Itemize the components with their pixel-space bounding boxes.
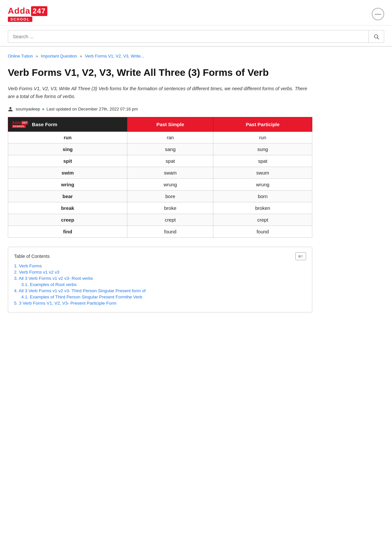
cell-base: swim — [8, 167, 127, 178]
toc-box: Table of Contents ≡↑ 1. Verb Forms2. Ver… — [8, 247, 312, 312]
cell-past-simple: crept — [127, 214, 213, 226]
logo: Adda 247 SCHOOL — [8, 6, 47, 22]
toc-toggle-button[interactable]: ≡↑ — [295, 252, 306, 260]
toc-list: 1. Verb Forms2. Verb Forms v1 v2 v33. Al… — [14, 263, 306, 306]
page-intro: Verb Forms V1, V2, V3, Write All Three (… — [8, 85, 312, 101]
verb-table: Adda 247 SCHOOL Base Form Past Simple Pa… — [8, 117, 312, 238]
cell-past-simple: wrung — [127, 178, 213, 190]
cell-past-simple: sang — [127, 143, 213, 155]
cell-past-simple: broke — [127, 202, 213, 214]
table-row: bear bore born — [8, 190, 312, 202]
cell-base: sing — [8, 143, 127, 155]
cell-past-participle: spat — [213, 155, 312, 167]
toc-list-item: 2. Verb Forms v1 v2 v3 — [14, 270, 306, 275]
search-button[interactable] — [368, 31, 384, 42]
table-row: swim swam swum — [8, 167, 312, 178]
toc-link[interactable]: 1. Verb Forms — [14, 263, 42, 268]
cell-past-participle: wrung — [213, 178, 312, 190]
cell-past-simple: ran — [127, 131, 213, 143]
table-header-past-simple: Past Simple — [127, 117, 213, 131]
table-row: run ran run — [8, 131, 312, 143]
search-bar — [8, 30, 384, 43]
cell-past-participle: crept — [213, 214, 312, 226]
toc-title: Table of Contents — [14, 254, 50, 259]
page-header: Adda 247 SCHOOL — — [0, 0, 392, 25]
toc-list-item: 3. All 3 Verb Forms v1 v2 v3- Root verbs — [14, 276, 306, 281]
toc-link[interactable]: 5. 3 Verb Forms V1, V2, V3- Present Part… — [14, 301, 117, 306]
meta-line: soumyadeep ● Last updated on December 27… — [8, 107, 312, 112]
cell-base: wring — [8, 178, 127, 190]
table-col-base: Base Form — [32, 122, 57, 127]
cell-past-participle: swum — [213, 167, 312, 178]
svg-line-1 — [377, 38, 379, 39]
cell-base: spit — [8, 155, 127, 167]
table-row: spit spat spat — [8, 155, 312, 167]
table-header-base: Adda 247 SCHOOL Base Form — [8, 117, 127, 131]
table-row: break broke broken — [8, 202, 312, 214]
adda-mini-logo: Adda 247 SCHOOL — [12, 121, 28, 128]
breadcrumb-verb-forms[interactable]: Verb Forms V1, V2, V3, Write... — [85, 54, 144, 59]
toc-link[interactable]: 3.1. Examples of Root verbs — [21, 282, 77, 287]
logo-brand: Adda 247 — [8, 6, 47, 16]
page-title: Verb Forms V1, V2, V3, Write All Three (… — [8, 66, 312, 79]
table-row: find found found — [8, 226, 312, 237]
toc-list-item: 4.1. Examples of Third Person Singular P… — [21, 294, 306, 299]
cell-base: break — [8, 202, 127, 214]
toc-link[interactable]: 4.1. Examples of Third Person Singular P… — [21, 294, 142, 299]
author-name: soumyadeep — [16, 107, 40, 111]
table-header-past-participle: Past Participle — [213, 117, 312, 131]
cell-past-simple: spat — [127, 155, 213, 167]
table-row: creep crept crept — [8, 214, 312, 226]
cell-past-participle: broken — [213, 202, 312, 214]
logo-school: SCHOOL — [8, 17, 32, 22]
cell-base: run — [8, 131, 127, 143]
toc-list-item: 1. Verb Forms — [14, 263, 306, 268]
toc-list-item: 3.1. Examples of Root verbs — [21, 282, 306, 287]
table-row: wring wrung wrung — [8, 178, 312, 190]
cell-past-simple: bore — [127, 190, 213, 202]
cell-base: find — [8, 226, 127, 237]
table-row: sing sang sung — [8, 143, 312, 155]
cell-past-simple: swam — [127, 167, 213, 178]
main-content: Online Tution » Important Question » Ver… — [0, 47, 320, 312]
toc-list-item: 5. 3 Verb Forms V1, V2, V3- Present Part… — [14, 301, 306, 306]
status-dot: ● — [42, 107, 44, 111]
menu-icon[interactable]: — — [372, 8, 384, 20]
breadcrumb: Online Tution » Important Question » Ver… — [8, 53, 312, 60]
cell-past-participle: run — [213, 131, 312, 143]
logo-adda-text: Adda — [8, 6, 30, 16]
breadcrumb-online-tution[interactable]: Online Tution — [8, 54, 33, 59]
cell-past-participle: found — [213, 226, 312, 237]
cell-past-participle: sung — [213, 143, 312, 155]
toc-link[interactable]: 2. Verb Forms v1 v2 v3 — [14, 270, 59, 275]
breadcrumb-sep-2: » — [80, 54, 83, 59]
search-input[interactable] — [8, 30, 368, 42]
cell-past-simple: found — [127, 226, 213, 237]
breadcrumb-important-question[interactable]: Important Question — [41, 54, 77, 59]
cell-base: creep — [8, 214, 127, 226]
logo-247: 247 — [31, 6, 47, 16]
search-icon — [373, 34, 379, 40]
cell-past-participle: born — [213, 190, 312, 202]
toc-link[interactable]: 4. All 3 Verb Forms v1 v2 v3- Third Pers… — [14, 288, 146, 293]
cell-base: bear — [8, 190, 127, 202]
breadcrumb-sep-1: » — [36, 54, 39, 59]
search-section — [0, 25, 392, 47]
toc-header: Table of Contents ≡↑ — [14, 252, 306, 260]
last-updated: Last updated on December 27th, 2022 07:1… — [46, 107, 138, 111]
toc-link[interactable]: 3. All 3 Verb Forms v1 v2 v3- Root verbs — [14, 276, 93, 281]
toc-list-item: 4. All 3 Verb Forms v1 v2 v3- Third Pers… — [14, 288, 306, 293]
author-icon — [8, 107, 13, 112]
